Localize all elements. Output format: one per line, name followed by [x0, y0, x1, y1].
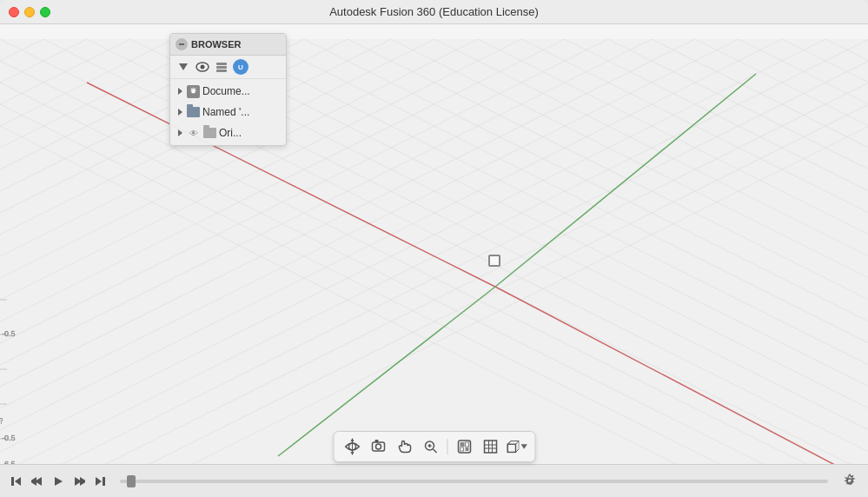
svg-rect-0 — [0, 39, 868, 482]
expand-arrow-origin — [176, 129, 184, 137]
svg-rect-74 — [216, 63, 227, 65]
svg-rect-86 — [374, 440, 378, 442]
svg-text:U: U — [238, 63, 243, 71]
svg-marker-82 — [350, 438, 354, 441]
timeline-thumb[interactable] — [127, 475, 136, 487]
look-button[interactable] — [367, 435, 389, 458]
grid-canvas: -5 -0.5 -0.5 -6.5 5 5.5 6.5 — [0, 24, 868, 497]
expand-arrow-named — [176, 108, 184, 116]
browser-item-origin[interactable]: Ori... — [170, 123, 286, 143]
browser-collapse-button[interactable] — [176, 38, 188, 50]
named-views-folder-icon — [187, 107, 200, 117]
browser-collapse-icon[interactable] — [176, 59, 191, 75]
close-button[interactable] — [9, 7, 19, 17]
svg-rect-95 — [465, 447, 468, 451]
expand-arrow-documents — [176, 87, 184, 96]
orbit-button[interactable] — [341, 435, 363, 458]
browser-item-named-views[interactable]: Named '... — [170, 102, 286, 123]
timeline-controls — [7, 472, 109, 491]
settings-button[interactable] — [838, 470, 861, 493]
named-views-label: Named '... — [202, 106, 249, 118]
svg-marker-107 — [15, 477, 21, 486]
grid-button[interactable] — [479, 435, 501, 458]
documents-gear-icon — [187, 85, 200, 98]
browser-item-documents[interactable]: Docume... — [170, 81, 286, 102]
window-title: Autodesk Fusion 360 (Education License) — [329, 5, 539, 18]
view-cube-button[interactable] — [505, 435, 527, 458]
svg-rect-108 — [11, 477, 14, 486]
prev-button[interactable] — [28, 472, 47, 491]
svg-marker-83 — [350, 452, 354, 455]
svg-marker-114 — [96, 477, 102, 486]
timeline-bar — [0, 464, 868, 497]
play-button[interactable] — [49, 472, 68, 491]
display-mode-button[interactable] — [453, 435, 475, 458]
next-button[interactable] — [70, 472, 89, 491]
documents-label: Docume... — [202, 85, 250, 97]
pan-button[interactable] — [393, 435, 415, 458]
minimize-button[interactable] — [24, 7, 35, 17]
svg-point-85 — [375, 444, 381, 449]
viewport[interactable]: -5 -0.5 -0.5 -6.5 5 5.5 6.5 — [0, 24, 868, 497]
main-container: -5 -0.5 -0.5 -6.5 5 5.5 6.5 — [0, 24, 868, 497]
svg-rect-115 — [103, 477, 105, 486]
viewport-toolbar — [333, 431, 535, 462]
svg-rect-101 — [507, 444, 515, 452]
svg-rect-96 — [484, 441, 496, 453]
toolbar-divider-1 — [447, 439, 447, 454]
svg-text:-0.5: -0.5 — [2, 434, 16, 442]
browser-title: BROWSER — [191, 39, 281, 50]
origin-label: Ori... — [219, 127, 242, 139]
titlebar: Autodesk Fusion 360 (Education License) — [0, 0, 868, 24]
zoom-window-button[interactable] — [419, 435, 441, 458]
svg-rect-92 — [460, 442, 464, 447]
browser-toolbar: U — [170, 56, 286, 79]
browser-layers-icon[interactable] — [214, 59, 229, 75]
browser-tree: Docume... Named '... Ori... — [170, 79, 286, 145]
maximize-button[interactable] — [40, 7, 50, 17]
browser-panel: BROWSER — [169, 33, 287, 146]
svg-point-73 — [201, 65, 205, 70]
svg-text:-0.5: -0.5 — [2, 329, 16, 338]
browser-header: BROWSER — [170, 34, 286, 56]
svg-marker-111 — [55, 477, 63, 486]
svg-marker-106 — [521, 444, 527, 449]
svg-rect-93 — [465, 442, 468, 447]
svg-line-88 — [433, 449, 436, 453]
svg-marker-71 — [179, 63, 188, 70]
origin-folder-icon — [203, 128, 216, 138]
svg-line-104 — [515, 441, 519, 445]
timeline-track[interactable] — [120, 480, 828, 483]
svg-marker-113 — [80, 477, 85, 486]
svg-rect-75 — [216, 66, 227, 69]
svg-marker-110 — [31, 477, 36, 486]
browser-eye-icon[interactable] — [195, 59, 210, 75]
svg-text:-5: -5 — [0, 417, 4, 424]
browser-filter-icon[interactable]: U — [233, 59, 248, 75]
origin-marker — [488, 255, 500, 267]
svg-rect-76 — [216, 70, 227, 72]
svg-rect-70 — [179, 43, 184, 45]
skip-end-button[interactable] — [90, 472, 109, 491]
svg-rect-94 — [460, 447, 463, 451]
skip-start-button[interactable] — [7, 472, 26, 491]
traffic-lights — [9, 7, 50, 17]
origin-eye-icon — [187, 126, 201, 140]
